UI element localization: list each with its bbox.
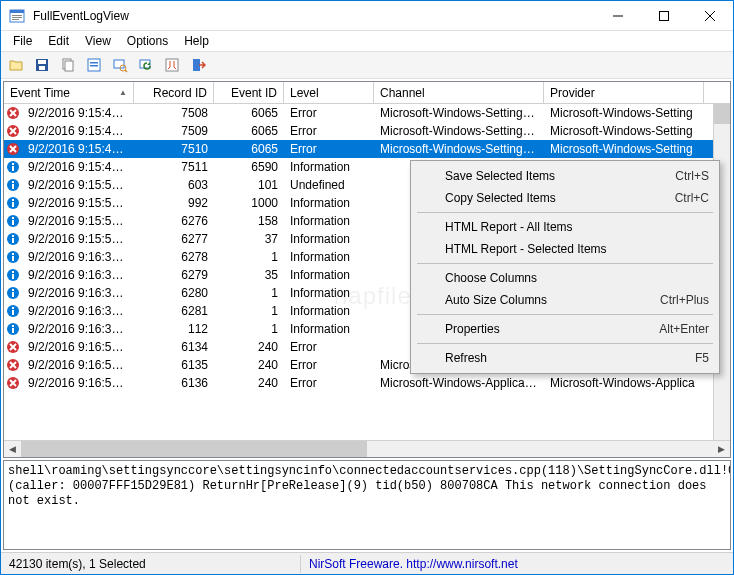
refresh-icon — [138, 57, 154, 73]
toolbar-properties[interactable] — [83, 54, 105, 76]
context-label: Properties — [445, 322, 659, 336]
toolbar-refresh[interactable] — [135, 54, 157, 76]
toolbar-copy[interactable] — [57, 54, 79, 76]
toolbar-options[interactable] — [161, 54, 183, 76]
scroll-left-button[interactable]: ◀ — [4, 441, 21, 458]
menu-help[interactable]: Help — [176, 32, 217, 50]
menu-options[interactable]: Options — [119, 32, 176, 50]
svg-rect-57 — [12, 307, 14, 309]
cell-event-id: 240 — [214, 340, 284, 354]
svg-rect-54 — [12, 289, 14, 291]
menu-edit[interactable]: Edit — [40, 32, 77, 50]
table-row[interactable]: 9/2/2016 9:16:52...6136240ErrorMicrosoft… — [4, 374, 730, 392]
menu-view[interactable]: View — [77, 32, 119, 50]
toolbar-open[interactable] — [5, 54, 27, 76]
svg-rect-21 — [166, 59, 178, 71]
detail-pane[interactable]: shell\roaming\settingsynccore\settingsyn… — [3, 460, 731, 550]
cell-level: Information — [284, 160, 374, 174]
close-button[interactable] — [687, 1, 733, 31]
column-level[interactable]: Level — [284, 82, 374, 103]
table-row[interactable]: 9/2/2016 9:15:49...75086065ErrorMicrosof… — [4, 104, 730, 122]
context-item[interactable]: Choose Columns — [413, 267, 717, 289]
scrollbar-track[interactable] — [21, 441, 713, 457]
svg-rect-43 — [12, 220, 14, 225]
context-shortcut: Ctrl+S — [675, 169, 709, 183]
column-provider[interactable]: Provider — [544, 82, 704, 103]
svg-rect-46 — [12, 238, 14, 243]
context-item[interactable]: Save Selected ItemsCtrl+S — [413, 165, 717, 187]
column-label: Channel — [380, 86, 425, 100]
close-icon — [705, 11, 715, 21]
cell-record-id: 6280 — [134, 286, 214, 300]
scrollbar-thumb[interactable] — [714, 104, 730, 124]
scrollbar-thumb[interactable] — [21, 441, 367, 457]
toolbar-save[interactable] — [31, 54, 53, 76]
cell-level: Information — [284, 286, 374, 300]
cell-record-id: 7510 — [134, 142, 214, 156]
cell-channel: Microsoft-Windows-SettingSy... — [374, 124, 544, 138]
minimize-button[interactable] — [595, 1, 641, 31]
cell-event-id: 6065 — [214, 106, 284, 120]
cell-event-time: 9/2/2016 9:15:52... — [22, 196, 134, 210]
column-label: Record ID — [153, 86, 207, 100]
cell-event-time: 9/2/2016 9:16:52... — [22, 358, 134, 372]
column-label: Event ID — [231, 86, 277, 100]
context-item[interactable]: PropertiesAlt+Enter — [413, 318, 717, 340]
context-label: Save Selected Items — [445, 169, 675, 183]
context-menu[interactable]: Save Selected ItemsCtrl+SCopy Selected I… — [410, 160, 720, 374]
toolbar-find[interactable] — [109, 54, 131, 76]
scroll-right-button[interactable]: ▶ — [713, 441, 730, 458]
context-label: Choose Columns — [445, 271, 709, 285]
error-icon — [6, 376, 20, 390]
status-link[interactable]: NirSoft Freeware. http://www.nirsoft.net — [301, 555, 526, 573]
info-icon — [6, 304, 20, 318]
cell-channel: Microsoft-Windows-SettingSy... — [374, 106, 544, 120]
svg-rect-10 — [38, 60, 46, 64]
cell-event-id: 6065 — [214, 142, 284, 156]
sort-ascending-icon: ▲ — [119, 88, 127, 97]
context-item[interactable]: RefreshF5 — [413, 347, 717, 369]
context-shortcut: Alt+Enter — [659, 322, 709, 336]
toolbar-exit[interactable] — [187, 54, 209, 76]
cell-event-id: 101 — [214, 178, 284, 192]
context-shortcut: Ctrl+Plus — [660, 293, 709, 307]
svg-rect-55 — [12, 292, 14, 297]
context-label: Refresh — [445, 351, 695, 365]
cell-record-id: 603 — [134, 178, 214, 192]
cell-event-time: 9/2/2016 9:15:49... — [22, 142, 134, 156]
svg-rect-13 — [65, 61, 73, 71]
svg-rect-37 — [12, 184, 14, 189]
find-icon — [112, 57, 128, 73]
column-label: Event Time — [10, 86, 70, 100]
svg-rect-1 — [10, 10, 24, 13]
context-label: Auto Size Columns — [445, 293, 660, 307]
properties-icon — [86, 57, 102, 73]
cell-event-time: 9/2/2016 9:16:31... — [22, 268, 134, 282]
svg-rect-58 — [12, 310, 14, 315]
column-channel[interactable]: Channel — [374, 82, 544, 103]
context-item[interactable]: HTML Report - All Items — [413, 216, 717, 238]
context-item[interactable]: Copy Selected ItemsCtrl+C — [413, 187, 717, 209]
context-item[interactable]: HTML Report - Selected Items — [413, 238, 717, 260]
svg-rect-60 — [12, 325, 14, 327]
cell-record-id: 6135 — [134, 358, 214, 372]
svg-line-19 — [125, 70, 127, 72]
table-row[interactable]: 9/2/2016 9:15:49...75106065ErrorMicrosof… — [4, 140, 730, 158]
cell-event-time: 9/2/2016 9:15:49... — [22, 124, 134, 138]
column-event-time[interactable]: Event Time▲ — [4, 82, 134, 103]
cell-level: Information — [284, 232, 374, 246]
column-record-id[interactable]: Record ID — [134, 82, 214, 103]
options-icon — [164, 57, 180, 73]
cell-provider: Microsoft-Windows-Setting — [544, 124, 704, 138]
context-item[interactable]: Auto Size ColumnsCtrl+Plus — [413, 289, 717, 311]
maximize-button[interactable] — [641, 1, 687, 31]
cell-event-time: 9/2/2016 9:15:56... — [22, 214, 134, 228]
svg-rect-51 — [12, 271, 14, 273]
exit-icon — [190, 57, 206, 73]
horizontal-scrollbar[interactable]: ◀ ▶ — [4, 440, 730, 457]
cell-level: Error — [284, 106, 374, 120]
column-event-id[interactable]: Event ID — [214, 82, 284, 103]
table-row[interactable]: 9/2/2016 9:15:49...75096065ErrorMicrosof… — [4, 122, 730, 140]
menu-file[interactable]: File — [5, 32, 40, 50]
cell-event-time: 9/2/2016 9:15:49... — [22, 160, 134, 174]
